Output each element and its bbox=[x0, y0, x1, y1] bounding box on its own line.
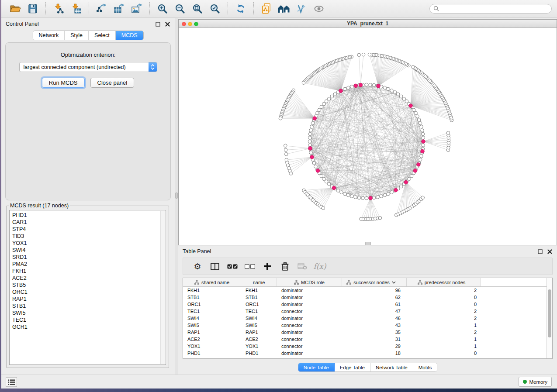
refresh-icon[interactable] bbox=[234, 2, 247, 15]
table-panel: Table Panel ⚙ bbox=[178, 245, 557, 375]
mcds-result-item[interactable]: FKH1 bbox=[12, 268, 166, 275]
table-cell: STB1 bbox=[241, 295, 277, 300]
criterion-dropdown[interactable]: largest connected component (undirected) bbox=[19, 62, 157, 72]
float-panel-icon[interactable] bbox=[155, 21, 161, 27]
column-header-name[interactable]: name bbox=[241, 278, 277, 286]
table-row[interactable]: STB1STB1dominator620 bbox=[183, 294, 552, 301]
mcds-options-panel: Optimization criterion: largest connecte… bbox=[5, 42, 171, 200]
add-column-icon[interactable] bbox=[260, 260, 275, 273]
table-row[interactable]: FKH1FKH1dominator962 bbox=[183, 287, 552, 294]
mcds-result-item[interactable]: SRD1 bbox=[12, 254, 166, 261]
table-cell: 2 bbox=[407, 288, 481, 293]
table-row[interactable]: PHD1PHD1dominator180 bbox=[183, 350, 552, 357]
table-row[interactable]: SWI4SWI4dominator462 bbox=[183, 315, 552, 322]
mcds-result-item[interactable]: TID3 bbox=[12, 233, 166, 240]
table-row[interactable]: RAP1RAP1dominator352 bbox=[183, 329, 552, 336]
table-toolbar: ⚙ f(x) bbox=[183, 258, 553, 275]
import-network-icon[interactable] bbox=[52, 2, 65, 15]
column-header-MCDS-role[interactable]: MCDS role bbox=[277, 278, 342, 286]
splitter-handle[interactable] bbox=[175, 193, 178, 199]
column-header-successor-nodes[interactable]: successor nodes bbox=[342, 278, 407, 286]
table-settings-icon[interactable]: ⚙ bbox=[190, 260, 205, 273]
zoom-window-button[interactable] bbox=[194, 22, 198, 26]
table-row[interactable]: SWI5SWI5connector431 bbox=[183, 322, 552, 329]
tab-style[interactable]: Style bbox=[65, 31, 89, 40]
memory-button[interactable]: Memory bbox=[519, 377, 552, 387]
horizontal-splitter-handle[interactable] bbox=[365, 242, 371, 245]
memory-status-icon bbox=[523, 380, 527, 384]
mcds-result-item[interactable]: SWI4 bbox=[12, 247, 166, 254]
delete-column-icon[interactable] bbox=[277, 260, 292, 273]
mcds-result-item[interactable]: STP4 bbox=[12, 226, 166, 233]
clone-network-icon[interactable] bbox=[260, 2, 273, 15]
result-scrollbar[interactable] bbox=[160, 211, 165, 364]
column-header-predecessor-nodes[interactable]: predecessor nodes bbox=[407, 278, 481, 286]
table-row[interactable]: ORC1ORC1dominator610 bbox=[183, 301, 552, 308]
network-window-titlebar[interactable]: YPA_prune.txt_1 bbox=[179, 20, 557, 28]
mcds-result-item[interactable]: TEC1 bbox=[12, 316, 166, 323]
network-canvas[interactable] bbox=[179, 28, 557, 245]
export-network-icon[interactable] bbox=[95, 2, 108, 15]
table-cell: FKH1 bbox=[241, 288, 277, 293]
tab-network[interactable]: Network bbox=[33, 31, 65, 40]
close-panel-icon[interactable] bbox=[165, 21, 170, 27]
mcds-result-item[interactable]: STB1 bbox=[12, 303, 166, 309]
export-table-icon[interactable] bbox=[113, 2, 126, 15]
zoom-fit-icon[interactable] bbox=[191, 2, 204, 15]
minimize-window-button[interactable] bbox=[188, 22, 192, 26]
search-input[interactable] bbox=[439, 6, 548, 12]
mcds-result-item[interactable]: GCR1 bbox=[12, 323, 166, 330]
save-session-icon[interactable] bbox=[26, 2, 39, 15]
close-window-button[interactable] bbox=[182, 22, 186, 26]
tab-edge-table[interactable]: Edge Table bbox=[335, 363, 370, 371]
mcds-result-list[interactable]: PHD1CAR1STP4TID3YOX1SWI4SRD1PMA2FKH1ACE2… bbox=[9, 210, 166, 365]
mcds-result-item[interactable]: RAP1 bbox=[12, 296, 166, 303]
select-all-icon[interactable] bbox=[225, 260, 240, 273]
tab-mcds[interactable]: MCDS bbox=[116, 31, 143, 40]
mcds-result-item[interactable]: ORC1 bbox=[12, 289, 166, 296]
zoom-selected-icon[interactable] bbox=[208, 2, 221, 15]
eye-icon[interactable] bbox=[312, 2, 325, 15]
close-table-panel-icon[interactable] bbox=[547, 249, 553, 254]
table-cell: 35 bbox=[342, 330, 407, 335]
tab-motifs[interactable]: Motifs bbox=[413, 363, 437, 371]
tab-network-table[interactable]: Network Table bbox=[370, 363, 413, 371]
task-history-button[interactable] bbox=[6, 377, 17, 387]
zoom-in-icon[interactable] bbox=[156, 2, 169, 15]
mcds-result-item[interactable]: PMA2 bbox=[12, 261, 166, 268]
mcds-result-item[interactable]: CAR1 bbox=[12, 219, 166, 226]
table-row[interactable]: TEC1TEC1connector472 bbox=[183, 308, 552, 315]
float-table-panel-icon[interactable] bbox=[537, 249, 543, 254]
table-cell: connector bbox=[277, 337, 342, 342]
column-layout-icon[interactable] bbox=[208, 260, 222, 273]
deselect-all-icon[interactable] bbox=[242, 260, 257, 273]
table-row[interactable]: YOX1YOX1connector291 bbox=[183, 343, 552, 350]
node-table[interactable]: shared namenameMCDS rolesuccessor nodesp… bbox=[183, 278, 553, 359]
network-graph[interactable] bbox=[179, 28, 557, 245]
table-row[interactable]: ACE2ACE2connector311 bbox=[183, 336, 552, 343]
search-box[interactable] bbox=[429, 4, 552, 14]
close-panel-button[interactable]: Close panel bbox=[90, 78, 135, 88]
graphics-details-icon[interactable] bbox=[295, 2, 308, 15]
mcds-result-item[interactable]: YOX1 bbox=[12, 240, 166, 247]
network-overview-icon[interactable] bbox=[277, 2, 291, 15]
tab-node-table[interactable]: Node Table bbox=[298, 363, 335, 371]
function-builder-icon: f(x) bbox=[312, 260, 327, 273]
scrollbar-thumb[interactable] bbox=[548, 289, 551, 337]
vertical-splitter[interactable] bbox=[175, 18, 178, 375]
import-table-icon[interactable] bbox=[69, 2, 83, 15]
control-panel-tabs: NetworkStyleSelectMCDS bbox=[32, 31, 143, 40]
table-scrollbar[interactable] bbox=[547, 278, 552, 358]
zoom-out-icon[interactable] bbox=[173, 2, 187, 15]
tab-select[interactable]: Select bbox=[89, 31, 116, 40]
mcds-result-item[interactable]: PHD1 bbox=[12, 212, 166, 219]
mcds-result-item[interactable]: STB5 bbox=[12, 282, 166, 289]
column-header-shared-name[interactable]: shared name bbox=[183, 278, 241, 286]
export-image-icon[interactable] bbox=[130, 2, 143, 15]
run-mcds-button[interactable]: Run MCDS bbox=[42, 78, 85, 88]
network-window: YPA_prune.txt_1 bbox=[178, 19, 557, 245]
mcds-result-item[interactable]: SWI5 bbox=[12, 309, 166, 316]
table-cell: 0 bbox=[407, 302, 481, 307]
mcds-result-item[interactable]: ACE2 bbox=[12, 275, 166, 282]
open-file-icon[interactable] bbox=[9, 2, 22, 15]
